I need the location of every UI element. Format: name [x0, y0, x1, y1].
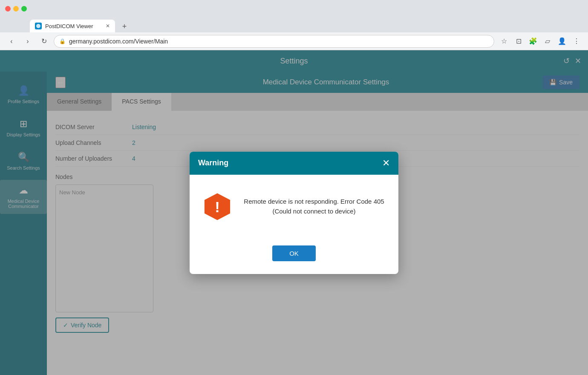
modal-overlay: Warning ✕ ! Remote device is not respon: [0, 50, 588, 375]
warning-message-line2: (Could not connect to device): [242, 207, 386, 216]
warning-hex-icon: !: [202, 192, 232, 222]
bookmark-icon[interactable]: ☆: [498, 35, 510, 48]
tab-close-button[interactable]: ✕: [106, 23, 110, 29]
maximize-window-dot[interactable]: [21, 6, 27, 12]
tab-title: PostDICOM Viewer: [45, 23, 93, 29]
browser-tab[interactable]: PostDICOM Viewer ✕: [30, 20, 115, 32]
side-panel-icon[interactable]: ▱: [541, 35, 554, 48]
profile-icon[interactable]: 👤: [556, 35, 568, 48]
close-window-dot[interactable]: [5, 6, 11, 12]
url-text: germany.postdicom.com/Viewer/Main: [69, 38, 168, 45]
menu-icon[interactable]: ⋮: [570, 35, 583, 48]
secure-lock-icon: 🔒: [59, 38, 66, 44]
warning-dialog: Warning ✕ ! Remote device is not respon: [190, 152, 398, 274]
warning-message-area: Remote device is not responding. Error C…: [242, 197, 386, 216]
minimize-window-dot[interactable]: [13, 6, 19, 12]
svg-text:!: !: [215, 198, 220, 215]
warning-message-line1: Remote device is not responding. Error C…: [242, 197, 386, 207]
tab-search-icon[interactable]: ⊡: [512, 35, 525, 48]
back-navigation-button[interactable]: ‹: [5, 35, 18, 48]
warning-header: Warning ✕: [190, 152, 398, 175]
reload-button[interactable]: ↻: [37, 35, 50, 48]
new-tab-button[interactable]: +: [118, 20, 130, 32]
ok-button[interactable]: OK: [272, 245, 316, 261]
warning-footer: OK: [190, 239, 398, 274]
tab-favicon: [35, 23, 42, 29]
extensions-icon[interactable]: 🧩: [527, 35, 539, 48]
address-bar[interactable]: 🔒 germany.postdicom.com/Viewer/Main: [54, 35, 494, 48]
warning-body: ! Remote device is not responding. Error…: [190, 175, 398, 239]
warning-close-button[interactable]: ✕: [382, 159, 390, 168]
warning-title: Warning: [198, 159, 228, 167]
forward-navigation-button[interactable]: ›: [21, 35, 34, 48]
svg-point-0: [36, 24, 40, 28]
